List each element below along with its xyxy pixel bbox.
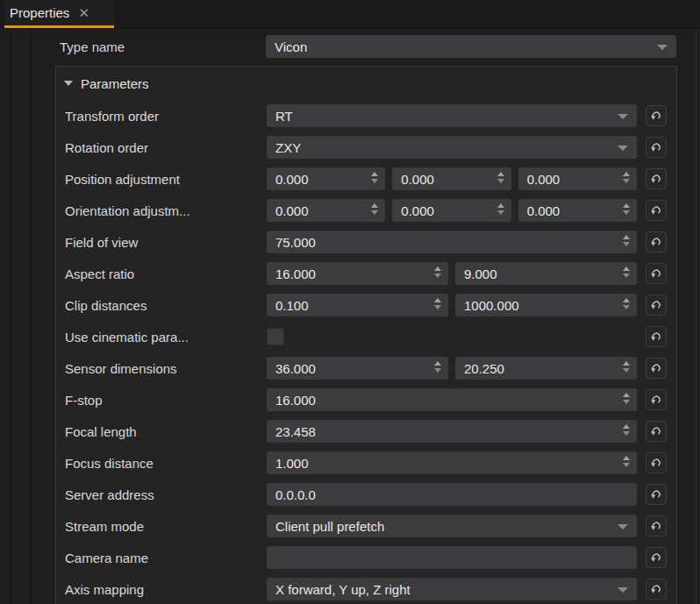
param-fields: 16.0009.000 [267, 262, 637, 285]
spin-up-icon[interactable] [623, 424, 630, 429]
param-row-clip-distances: Clip distances0.1001000.000 [56, 289, 676, 321]
spin-down-icon[interactable] [497, 210, 504, 215]
spin-up-icon[interactable] [371, 172, 378, 176]
reset-button[interactable] [646, 579, 667, 600]
focal-length-spinbox-0[interactable]: 23.458 [267, 420, 637, 443]
use-cinematic-para-checkbox[interactable] [267, 328, 284, 345]
parameters-group-header[interactable]: Parameters [56, 67, 676, 100]
spinner-arrows [623, 424, 630, 436]
reset-button[interactable] [646, 358, 667, 379]
spin-up-icon[interactable] [434, 298, 441, 302]
reset-button[interactable] [646, 421, 667, 442]
param-row-focus-distance: Focus distance1.000 [56, 447, 676, 479]
param-row-orientation-adjustm: Orientation adjustm...0.0000.0000.000 [56, 195, 676, 226]
field-of-view-spinbox-0[interactable]: 75.000 [267, 231, 637, 253]
server-address-text-input[interactable]: 0.0.0.0 [267, 483, 637, 506]
reset-button[interactable] [646, 547, 667, 568]
spin-down-icon[interactable] [623, 242, 630, 246]
spin-down-icon[interactable] [623, 210, 630, 215]
reset-button[interactable] [646, 484, 667, 505]
spin-down-icon[interactable] [371, 179, 378, 183]
spin-down-icon[interactable] [623, 274, 630, 278]
reset-button[interactable] [646, 137, 667, 158]
clip-distances-spinbox-0[interactable]: 0.100 [267, 294, 448, 316]
reset-button[interactable] [646, 326, 667, 347]
spin-up-icon[interactable] [623, 361, 630, 366]
spin-up-icon[interactable] [434, 361, 441, 366]
spin-up-icon[interactable] [623, 203, 630, 208]
spin-up-icon[interactable] [623, 266, 630, 271]
orientation-adjustm-spinbox-0[interactable]: 0.000 [267, 199, 385, 222]
reset-button[interactable] [646, 389, 667, 410]
spin-up-icon[interactable] [623, 172, 630, 176]
spin-up-icon[interactable] [497, 172, 504, 176]
spin-up-icon[interactable] [623, 456, 630, 460]
param-label: Focus distance [65, 456, 267, 471]
spinner-arrows [623, 203, 630, 215]
reset-button[interactable] [646, 295, 667, 316]
param-row-transform-order: Transform orderRT [56, 100, 676, 131]
reset-button[interactable] [646, 168, 667, 189]
axis-mapping-dropdown[interactable]: X forward, Y up, Z right [267, 578, 637, 600]
reset-button[interactable] [646, 105, 667, 126]
undo-icon [649, 361, 663, 375]
spinner-arrows [371, 203, 378, 215]
spin-down-icon[interactable] [623, 431, 630, 436]
tab-properties[interactable]: Properties ✕ [4, 0, 114, 28]
spinner-arrows [623, 393, 630, 404]
spinbox-value: 0.000 [392, 203, 434, 218]
type-name-dropdown[interactable]: Vicon [266, 35, 676, 58]
spinbox-value: 9.000 [455, 266, 497, 281]
reset-button[interactable] [646, 452, 667, 473]
orientation-adjustm-spinbox-2[interactable]: 0.000 [518, 199, 637, 222]
position-adjustment-spinbox-2[interactable]: 0.000 [518, 167, 637, 190]
close-icon[interactable]: ✕ [78, 6, 89, 19]
spin-down-icon[interactable] [434, 305, 441, 309]
aspect-ratio-spinbox-0[interactable]: 16.000 [267, 262, 448, 285]
param-row-field-of-view: Field of view75.000 [56, 226, 676, 258]
spin-up-icon[interactable] [497, 203, 504, 208]
clip-distances-spinbox-1[interactable]: 1000.000 [455, 294, 637, 316]
orientation-adjustm-spinbox-1[interactable]: 0.000 [392, 199, 511, 222]
stream-mode-dropdown[interactable]: Client pull prefetch [267, 515, 637, 537]
position-adjustment-spinbox-0[interactable]: 0.000 [267, 167, 385, 190]
spinbox-value: 36.000 [267, 361, 316, 376]
param-label: Use cinematic para... [65, 330, 267, 345]
param-fields: 75.000 [267, 231, 637, 253]
panel-right-divider [696, 29, 696, 604]
reset-button[interactable] [646, 231, 667, 252]
properties-panel: Type name Vicon Parameters Transform ord… [0, 29, 700, 604]
spin-down-icon[interactable] [434, 274, 441, 278]
param-label: Clip distances [65, 298, 267, 313]
spin-up-icon[interactable] [434, 266, 441, 271]
aspect-ratio-spinbox-1[interactable]: 9.000 [455, 262, 637, 285]
spin-down-icon[interactable] [371, 210, 378, 215]
spin-down-icon[interactable] [623, 179, 630, 183]
spin-down-icon[interactable] [623, 368, 630, 373]
rotation-order-dropdown[interactable]: ZXY [267, 136, 637, 159]
undo-icon [649, 203, 663, 217]
reset-button[interactable] [646, 263, 667, 284]
position-adjustment-spinbox-1[interactable]: 0.000 [392, 167, 511, 190]
chevron-down-icon [618, 114, 628, 119]
reset-button[interactable] [646, 515, 667, 536]
spin-up-icon[interactable] [371, 203, 378, 208]
reset-button[interactable] [646, 200, 667, 221]
sensor-dimensions-spinbox-1[interactable]: 20.250 [455, 357, 637, 380]
spin-down-icon[interactable] [497, 179, 504, 183]
spin-up-icon[interactable] [623, 298, 630, 302]
spin-up-icon[interactable] [623, 235, 630, 239]
sensor-dimensions-spinbox-0[interactable]: 36.000 [267, 357, 448, 380]
undo-icon [649, 172, 663, 186]
param-label: Orientation adjustm... [65, 203, 267, 218]
param-fields: X forward, Y up, Z right [267, 578, 637, 600]
spin-down-icon[interactable] [623, 305, 630, 309]
spin-down-icon[interactable] [434, 368, 441, 373]
f-stop-spinbox-0[interactable]: 16.000 [267, 388, 637, 411]
focus-distance-spinbox-0[interactable]: 1.000 [267, 451, 637, 474]
spin-down-icon[interactable] [623, 400, 630, 404]
camera-name-text-input[interactable] [267, 546, 637, 569]
transform-order-dropdown[interactable]: RT [267, 104, 637, 127]
spin-up-icon[interactable] [623, 393, 630, 397]
spin-down-icon[interactable] [623, 463, 630, 467]
